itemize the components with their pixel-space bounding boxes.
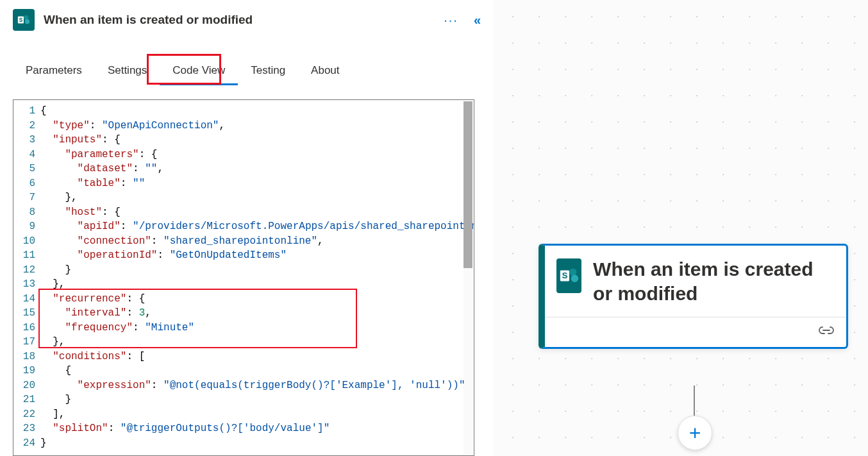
code-line[interactable]: "recurrence": { — [40, 292, 474, 307]
code-line[interactable]: }, — [40, 190, 474, 205]
line-number: 4 — [16, 148, 35, 162]
code-line[interactable]: "apiId": "/providers/Microsoft.PowerApps… — [40, 219, 474, 234]
link-glyph — [818, 324, 835, 337]
code-token-punc: : — [108, 423, 121, 434]
code-token-punc — [40, 264, 65, 276]
line-number: 24 — [16, 436, 35, 451]
trigger-card-header[interactable]: S When an item is created or modified — [545, 246, 846, 317]
code-token-brace: } — [65, 264, 71, 276]
code-token-brace: { — [40, 105, 47, 117]
line-number: 19 — [16, 364, 35, 378]
code-line[interactable]: } — [40, 263, 474, 278]
code-token-key: "interval" — [65, 307, 126, 319]
code-token-punc: : — [102, 207, 114, 218]
line-number: 10 — [16, 234, 35, 249]
add-step-button[interactable]: + — [678, 416, 712, 450]
code-line[interactable]: "conditions": [ — [40, 350, 474, 364]
code-token-str: "Minute" — [145, 322, 194, 334]
code-token-key: "conditions" — [53, 351, 126, 362]
line-number-gutter: 123456789101112131415161718192021222324 — [13, 100, 40, 455]
code-token-num: 3 — [139, 307, 146, 319]
code-token-brace: ] — [53, 409, 59, 420]
code-line[interactable]: }, — [40, 277, 474, 292]
code-token-key: "frequency" — [65, 322, 133, 334]
tab-about[interactable]: About — [298, 58, 352, 85]
code-token-str: "shared_sharepointonline" — [163, 235, 317, 247]
link-icon[interactable] — [818, 324, 835, 341]
more-options-button[interactable]: ··· — [444, 13, 458, 28]
code-token-punc — [40, 409, 53, 420]
code-token-punc: : — [157, 249, 169, 261]
code-line[interactable]: "dataset": "", — [40, 162, 474, 176]
code-token-punc: : — [133, 163, 145, 174]
code-token-key: "splitOn" — [53, 423, 108, 434]
code-token-key: "type" — [53, 120, 90, 131]
sharepoint-icon: S — [13, 9, 35, 31]
code-line[interactable]: "connection": "shared_sharepointonline", — [40, 234, 474, 249]
code-line[interactable]: "host": { — [40, 205, 474, 220]
code-line[interactable]: "frequency": "Minute" — [40, 321, 474, 335]
code-line[interactable]: } — [40, 436, 474, 451]
code-line[interactable]: }, — [40, 335, 474, 350]
code-line[interactable]: { — [40, 104, 474, 119]
code-token-punc — [40, 307, 65, 319]
designer-canvas[interactable]: S When an item is created or modified + — [494, 0, 868, 456]
tab-settings[interactable]: Settings — [95, 58, 160, 85]
code-token-punc: , — [59, 278, 65, 290]
code-token-punc: : — [126, 293, 138, 305]
line-number: 8 — [16, 205, 35, 220]
code-line[interactable]: "splitOn": "@triggerOutputs()?['body/val… — [40, 421, 474, 436]
panel-title: When an item is created or modified — [44, 13, 435, 27]
vertical-scrollbar[interactable] — [463, 101, 472, 454]
code-line[interactable]: "operationId": "GetOnUpdatedItems" — [40, 248, 474, 263]
code-token-punc: : — [139, 149, 151, 160]
code-line[interactable]: "type": "OpenApiConnection", — [40, 119, 474, 133]
line-number: 15 — [16, 306, 35, 321]
scrollbar-thumb[interactable] — [463, 101, 472, 268]
code-body[interactable]: { "type": "OpenApiConnection", "inputs":… — [40, 100, 474, 455]
code-token-key: "dataset" — [78, 163, 133, 174]
code-token-brace: } — [53, 336, 59, 348]
code-token-punc — [40, 293, 53, 305]
tab-testing[interactable]: Testing — [238, 58, 298, 85]
line-number: 18 — [16, 350, 35, 364]
code-line[interactable]: } — [40, 393, 474, 407]
code-token-punc: , — [219, 120, 225, 131]
code-token-punc — [40, 134, 53, 146]
code-token-punc — [40, 380, 78, 391]
line-number: 3 — [16, 133, 35, 148]
code-token-punc — [40, 149, 65, 160]
tab-codeview[interactable]: Code View — [160, 58, 238, 85]
line-number: 2 — [16, 119, 35, 133]
code-line[interactable]: "interval": 3, — [40, 306, 474, 321]
code-token-brace: } — [65, 394, 71, 405]
code-token-punc: : — [90, 120, 102, 131]
code-token-key: "host" — [65, 207, 102, 218]
code-token-punc: , — [157, 163, 163, 174]
code-token-key: "inputs" — [53, 134, 102, 146]
code-token-str: "/providers/Microsoft.PowerApps/apis/sha… — [133, 221, 474, 232]
tab-parameters[interactable]: Parameters — [13, 58, 95, 85]
code-line[interactable]: "parameters": { — [40, 148, 474, 162]
code-line[interactable]: "inputs": { — [40, 133, 474, 148]
tab-bar: ParametersSettingsCode ViewTestingAbout — [0, 40, 494, 85]
code-token-brace: [ — [139, 351, 146, 362]
code-token-str: "" — [145, 163, 157, 174]
line-number: 20 — [16, 378, 35, 393]
code-line[interactable]: ], — [40, 407, 474, 422]
sharepoint-icon: S — [556, 258, 581, 293]
code-token-punc — [40, 423, 53, 434]
code-token-punc: : — [151, 235, 163, 247]
collapse-panel-button[interactable]: « — [474, 13, 481, 28]
trigger-card[interactable]: S When an item is created or modified — [538, 244, 848, 349]
code-token-punc: : — [151, 380, 163, 391]
trigger-card-footer — [545, 317, 846, 347]
code-line[interactable]: "table": "" — [40, 176, 474, 191]
code-token-punc: , — [317, 235, 324, 247]
code-token-str: "@triggerOutputs()?['body/value']" — [121, 423, 330, 434]
code-line[interactable]: { — [40, 364, 474, 378]
code-line[interactable]: "expression": "@not(equals(triggerBody()… — [40, 378, 474, 393]
sharepoint-glyph: S — [17, 13, 31, 27]
code-token-brace: } — [40, 437, 47, 449]
code-editor[interactable]: 123456789101112131415161718192021222324 … — [13, 99, 474, 456]
